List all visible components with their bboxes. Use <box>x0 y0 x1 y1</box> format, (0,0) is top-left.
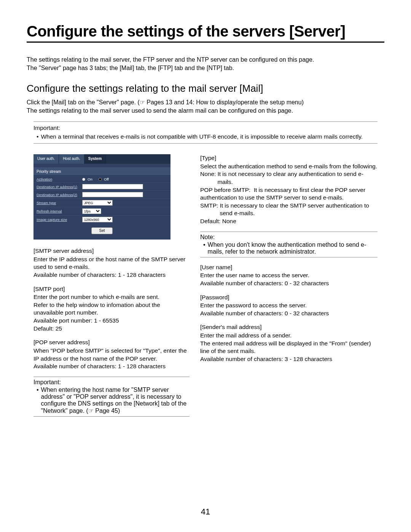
sender-b1: Enter the mail address of a sender. <box>200 332 378 340</box>
tab-host-auth[interactable]: Host auth. <box>59 154 84 164</box>
smtp-address-chars: Available number of characters: 1 - 128 … <box>33 271 190 279</box>
section-intro: Click the [Mail] tab on the "Server" pag… <box>27 98 384 115</box>
label-imgsize: Image capture size <box>37 217 82 222</box>
important2-text: When entering the host name for "SMTP se… <box>41 387 190 414</box>
input-dest2[interactable] <box>82 192 143 197</box>
subintro-line2: The settings relating to the mail server… <box>27 107 384 115</box>
username-chars: Available number of characters: 0 - 32 c… <box>200 280 378 288</box>
type-smtp-name: SMTP: <box>200 202 218 217</box>
smtp-port-b2: Refer to the help window to infomation a… <box>33 301 190 317</box>
type-body: Select the authentication method to send… <box>200 163 378 171</box>
input-dest1[interactable] <box>82 184 143 189</box>
row-dest1: Destination IP address(1) <box>33 182 170 190</box>
select-streamtype[interactable]: JPEG <box>82 200 113 206</box>
row-streamtype: Stream type JPEG <box>33 198 170 207</box>
pop-address-desc: [POP server address] When "POP before SM… <box>33 339 190 370</box>
smtp-port-b3: Available port number: 1 - 65535 <box>33 317 190 325</box>
smtp-port-desc: [SMTP port] Enter the port number to whi… <box>33 285 190 333</box>
label-dest2: Destination IP address(2) <box>37 193 82 197</box>
important-callout: Important: • When a terminal that receiv… <box>33 121 378 144</box>
section-title: Configure the settings relating to the m… <box>27 83 384 94</box>
smtp-address-body: Enter the IP address or the host name of… <box>33 256 190 271</box>
password-desc: [Password] Enter the password to access … <box>200 294 378 318</box>
type-heading: [Type] <box>200 154 378 162</box>
label-refresh: Refresh interval <box>37 209 82 213</box>
sender-heading: [Sender's mail address] <box>200 323 378 331</box>
password-chars: Available number of characters: 0 - 32 c… <box>200 310 378 318</box>
pop-b2: Available number of characters: 1 - 128 … <box>33 363 190 371</box>
intro-block: The settings relating to the mail server… <box>27 56 384 72</box>
select-refresh[interactable]: 1fps <box>82 208 101 214</box>
page-title: Configure the settings of the servers [S… <box>27 23 384 43</box>
label-activation: Activation <box>37 177 82 181</box>
note-callout: Note: • When you don't know the authenti… <box>200 232 378 257</box>
row-refresh: Refresh interval 1fps <box>33 207 170 215</box>
section-priority-stream: Priority stream <box>33 168 170 176</box>
smtp-port-heading: [SMTP port] <box>33 285 190 293</box>
row-dest2: Destination IP address(2) <box>33 190 170 198</box>
password-heading: [Password] <box>200 294 378 302</box>
note-label: Note: <box>200 234 378 241</box>
intro-line1: The settings relating to the mail server… <box>27 56 384 64</box>
bullet-dot: • <box>37 387 39 414</box>
username-heading: [User name] <box>200 264 378 272</box>
label-dest1: Destination IP address(1) <box>37 185 82 189</box>
type-desc: [Type] Select the authentication method … <box>200 154 378 225</box>
label-streamtype: Stream type <box>37 201 82 205</box>
note-text: When you don't know the authentication m… <box>208 241 378 255</box>
smtp-port-b1: Enter the port number to which e-mails a… <box>33 293 190 301</box>
important-label: Important: <box>33 124 378 132</box>
type-none-name: None: <box>200 170 216 186</box>
intro-line2: The "Server" page has 3 tabs; the [Mail]… <box>27 64 384 72</box>
settings-screenshot: User auth. Host auth. System Priority st… <box>33 154 170 240</box>
sender-chars: Available number of characters: 3 - 128 … <box>200 355 378 363</box>
username-desc: [User name] Enter the user name to acces… <box>200 264 378 288</box>
password-body: Enter the password to access the server. <box>200 302 378 310</box>
type-pop-name: POP before SMTP: <box>200 187 250 193</box>
smtp-address-heading: [SMTP server address] <box>33 247 190 255</box>
row-activation: Activation On Off <box>33 176 170 182</box>
type-default: Default: None <box>200 217 378 225</box>
pop-b1: When "POP before SMTP" is selected for "… <box>33 347 190 363</box>
page-number: 41 <box>0 507 411 517</box>
bullet-dot: • <box>37 133 38 141</box>
radio-off[interactable] <box>99 178 102 181</box>
type-smtp-text: It is necessary to clear the SMTP server… <box>218 202 378 217</box>
tab-system[interactable]: System <box>84 154 106 164</box>
select-imgsize[interactable]: 1280x960 <box>82 217 113 222</box>
bullet-dot: • <box>203 241 206 255</box>
smtp-port-b4: Default: 25 <box>33 325 190 333</box>
subintro-line1: Click the [Mail] tab on the "Server" pag… <box>27 98 384 107</box>
radio-on[interactable] <box>82 178 85 181</box>
smtp-address-desc: [SMTP server address] Enter the IP addre… <box>33 247 190 279</box>
tab-user-auth[interactable]: User auth. <box>33 154 59 164</box>
important-text: When a terminal that receives e-mails is… <box>41 133 363 141</box>
username-body: Enter the user name to access the server… <box>200 272 378 280</box>
set-button[interactable]: Set <box>91 227 113 234</box>
important-callout-2: Important: • When entering the host name… <box>33 377 190 417</box>
sender-desc: [Sender's mail address] Enter the mail a… <box>200 323 378 363</box>
sender-b2: The entered mail address will be display… <box>200 340 378 355</box>
radio-off-label: Off <box>104 177 109 181</box>
important2-label: Important: <box>33 379 190 386</box>
type-none-text: It is not necessary to clear any authent… <box>216 170 378 186</box>
row-imgsize: Image capture size 1280x960 <box>33 215 170 224</box>
pop-heading: [POP server address] <box>33 339 190 347</box>
radio-on-label: On <box>88 177 92 181</box>
